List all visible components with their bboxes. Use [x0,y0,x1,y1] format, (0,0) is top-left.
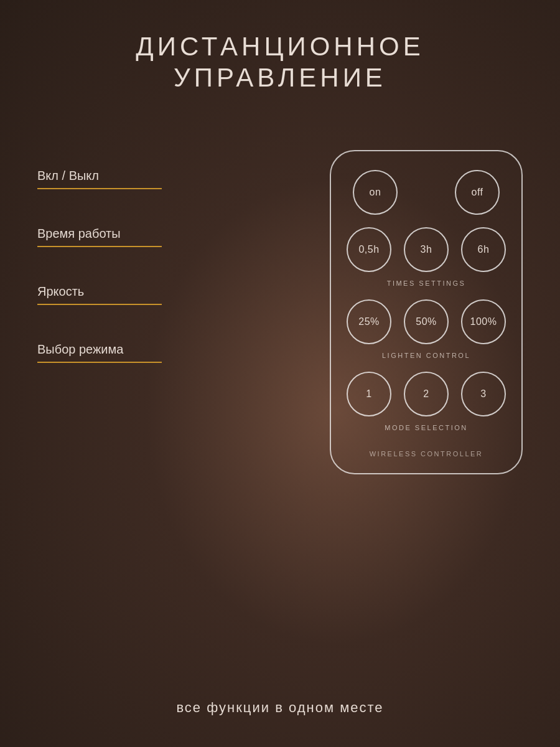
mode-selection-label: MODE SELECTION [385,424,467,431]
label-time-text: Время работы [37,227,212,246]
title-line2: УПРАВЛЕНИЕ [174,63,386,92]
btn-mode-1[interactable]: 1 [347,372,391,416]
label-power-text: Вкл / Выкл [37,169,212,188]
btn-time-05h[interactable]: 0,5h [347,227,391,272]
times-settings-label: TIMES SETTINGS [387,280,466,287]
btn-time-6h[interactable]: 6h [461,227,506,272]
btn-off[interactable]: off [455,170,500,215]
remote-body: on off 0,5h 3h 6h TIMES SETTINGS 25% 50%… [330,150,523,474]
time-group: 0,5h 3h 6h TIMES SETTINGS [347,227,506,287]
label-power: Вкл / Выкл [37,169,212,227]
label-brightness-divider [37,304,162,305]
brightness-group: 25% 50% 100% LIGHTEN CONTROL [347,299,506,359]
btn-brightness-25[interactable]: 25% [347,299,391,344]
time-button-row: 0,5h 3h 6h [347,227,506,272]
lighten-control-label: LIGHTEN CONTROL [382,352,470,359]
label-brightness: Яркость [37,284,212,342]
btn-brightness-100[interactable]: 100% [461,299,506,344]
label-time: Время работы [37,227,212,284]
mode-group: 1 2 3 MODE SELECTION [347,372,506,431]
power-row: on off [347,170,506,215]
label-mode-divider [37,362,162,363]
label-power-divider [37,188,162,189]
btn-time-3h[interactable]: 3h [404,227,449,272]
label-mode-text: Выбор режима [37,342,212,362]
page-title: ДИСТАНЦИОННОЕ УПРАВЛЕНИЕ [136,31,424,94]
footer-text: все функции в одном месте [176,700,383,716]
main-content: Вкл / Выкл Время работы Яркость Выбор ре… [37,150,523,474]
label-brightness-text: Яркость [37,284,212,304]
remote-section: on off 0,5h 3h 6h TIMES SETTINGS 25% 50%… [212,150,523,474]
btn-on[interactable]: on [353,170,398,215]
wireless-controller-label: WIRELESS CONTROLLER [370,450,483,458]
btn-brightness-50[interactable]: 50% [404,299,449,344]
mode-button-row: 1 2 3 [347,372,506,416]
btn-mode-2[interactable]: 2 [404,372,449,416]
btn-mode-3[interactable]: 3 [461,372,506,416]
label-time-divider [37,246,162,247]
labels-section: Вкл / Выкл Время работы Яркость Выбор ре… [37,150,212,400]
brightness-button-row: 25% 50% 100% [347,299,506,344]
label-mode: Выбор режима [37,342,212,400]
title-line1: ДИСТАНЦИОННОЕ [136,32,424,61]
